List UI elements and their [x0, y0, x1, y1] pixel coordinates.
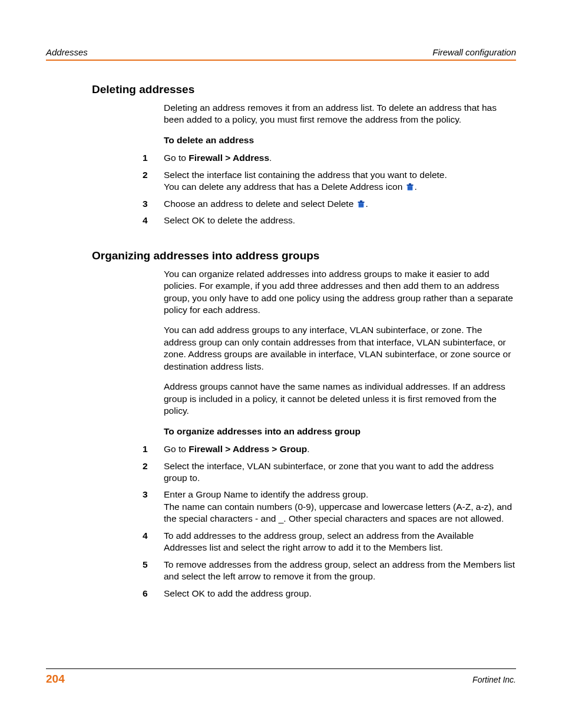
footer-brand: Fortinet Inc. — [472, 675, 516, 684]
step: 5 To remove addresses from the address g… — [143, 559, 516, 583]
page-footer: 204 Fortinet Inc. — [46, 668, 516, 686]
step-line: You can delete any address that has a De… — [164, 181, 516, 193]
step-number: 1 — [143, 443, 164, 455]
step-number: 1 — [143, 152, 164, 164]
intro-paragraph: You can add address groups to any interf… — [164, 324, 516, 373]
step: 2 Select the interface, VLAN subinterfac… — [143, 460, 516, 485]
step: 4 To add addresses to the address group,… — [143, 530, 516, 554]
step-line: Enter a Group Name to identify the addre… — [164, 489, 516, 500]
step-text: Select OK to add the address group. — [164, 588, 516, 599]
svg-rect-9 — [359, 203, 360, 206]
intro-paragraph: You can organize related addresses into … — [164, 268, 516, 317]
svg-rect-4 — [409, 187, 410, 190]
step: 4 Select OK to delete the address. — [143, 215, 516, 226]
procedure-steps: 1 Go to Firewall > Address. 2 Select the… — [164, 152, 516, 226]
step-text: Select OK to delete the address. — [164, 215, 516, 226]
step-number: 4 — [143, 530, 164, 542]
step-number: 5 — [143, 559, 164, 571]
step-text: Go to Firewall > Address. — [164, 152, 516, 164]
step: 6 Select OK to add the address group. — [143, 588, 516, 599]
procedure-steps: 1 Go to Firewall > Address > Group. 2 Se… — [164, 443, 516, 599]
footer-rule — [46, 668, 516, 669]
step-line-before: Choose an address to delete and select D… — [164, 199, 356, 209]
step-number: 3 — [143, 489, 164, 500]
running-header: Addresses Firewall configuration — [46, 47, 516, 57]
step-text-prefix: Go to — [164, 444, 189, 454]
section-body: Deleting an address removes it from an a… — [46, 102, 516, 227]
svg-rect-0 — [406, 185, 413, 186]
step-text: Enter a Group Name to identify the addre… — [164, 489, 516, 525]
step-line: Select the interface list containing the… — [164, 169, 516, 181]
step-text: To remove addresses from the address gro… — [164, 559, 516, 583]
svg-rect-3 — [408, 187, 409, 190]
section-heading: Organizing addresses into address groups — [46, 249, 516, 262]
step-number: 4 — [143, 215, 164, 226]
step-number: 6 — [143, 588, 164, 599]
step: 1 Go to Firewall > Address. — [143, 152, 516, 164]
step: 3 Enter a Group Name to identify the add… — [143, 489, 516, 525]
footer-row: 204 Fortinet Inc. — [46, 673, 516, 686]
step-text-bold: Firewall > Address — [189, 153, 269, 163]
step-number: 2 — [143, 460, 164, 472]
step-number: 2 — [143, 169, 164, 181]
procedure-title: To delete an address — [164, 134, 516, 146]
step-text-prefix: Go to — [164, 153, 189, 163]
trash-icon — [405, 182, 415, 192]
intro-paragraph: Address groups cannot have the same name… — [164, 381, 516, 417]
step-text: Go to Firewall > Address > Group. — [164, 443, 516, 455]
page: Addresses Firewall configuration Deletin… — [0, 0, 562, 728]
step-text: Choose an address to delete and select D… — [164, 198, 516, 210]
step-line-after: . — [415, 182, 417, 192]
svg-rect-6 — [358, 202, 364, 203]
header-left: Addresses — [46, 47, 88, 57]
step-line-after: . — [366, 199, 368, 209]
step-text: Select the interface, VLAN subinterface,… — [164, 460, 516, 485]
trash-icon — [356, 199, 366, 209]
intro-paragraph: Deleting an address removes it from an a… — [164, 102, 516, 126]
step-text-bold: Firewall > Address > Group — [189, 444, 307, 454]
step: 2 Select the interface list containing t… — [143, 169, 516, 193]
step-text: To add addresses to the address group, s… — [164, 530, 516, 554]
section-organizing-addresses: Organizing addresses into address groups… — [46, 249, 516, 599]
section-deleting-addresses: Deleting addresses Deleting an address r… — [46, 61, 516, 227]
svg-rect-1 — [409, 183, 411, 185]
step: 3 Choose an address to delete and select… — [143, 198, 516, 210]
svg-rect-5 — [411, 187, 411, 190]
page-number: 204 — [46, 673, 65, 686]
header-right: Firewall configuration — [432, 47, 516, 57]
step-number: 3 — [143, 198, 164, 210]
section-heading: Deleting addresses — [46, 83, 516, 96]
step: 1 Go to Firewall > Address > Group. — [143, 443, 516, 455]
step-line-before: You can delete any address that has a De… — [164, 182, 405, 192]
svg-rect-11 — [362, 203, 362, 206]
step-line: The name can contain numbers (0-9), uppe… — [164, 501, 516, 525]
step-text: Select the interface list containing the… — [164, 169, 516, 193]
procedure-title: To organize addresses into an address gr… — [164, 426, 516, 437]
step-text-suffix: . — [269, 153, 272, 163]
svg-rect-10 — [361, 203, 361, 206]
step-text-suffix: . — [307, 444, 309, 454]
svg-rect-7 — [360, 200, 362, 202]
section-body: You can organize related addresses into … — [46, 268, 516, 599]
